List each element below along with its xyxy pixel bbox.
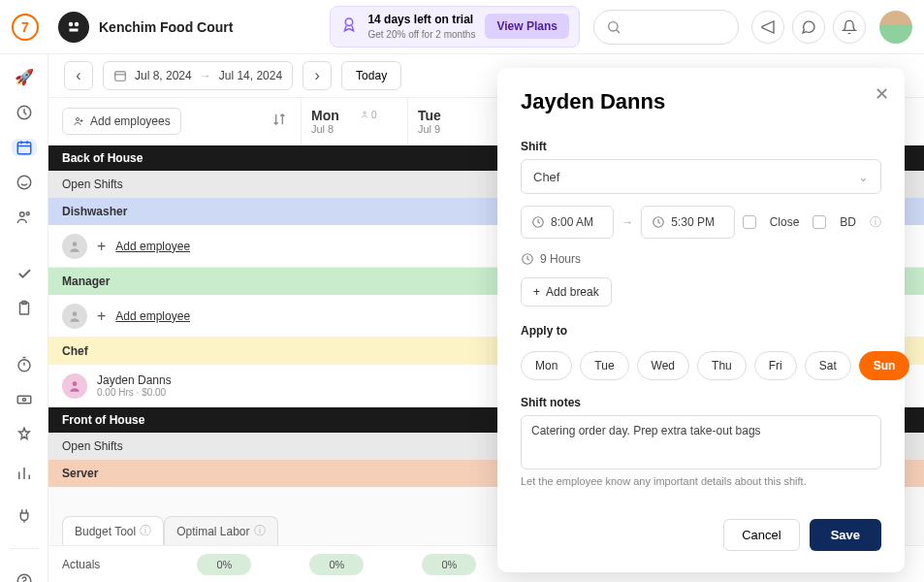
actuals-pct-mon: 0% (197, 554, 251, 575)
add-employees-button[interactable]: Add employees (62, 108, 181, 135)
help-icon[interactable] (12, 568, 37, 582)
date-to: Jul 14, 2024 (219, 69, 282, 82)
employee-meta: 0.00 Hrs · $0.00 (97, 387, 172, 398)
svg-rect-12 (17, 396, 31, 404)
close-icon[interactable]: ✕ (875, 83, 889, 105)
person-plus-icon (73, 115, 84, 127)
today-button[interactable]: Today (341, 61, 401, 90)
svg-point-20 (73, 381, 78, 386)
apply-to-label: Apply to (521, 324, 881, 338)
svg-point-17 (364, 112, 366, 114)
money-icon[interactable] (12, 391, 37, 408)
clock-icon (531, 215, 545, 229)
actuals-pct-tue: 0% (309, 554, 364, 575)
stopwatch-icon[interactable] (12, 356, 37, 373)
shift-edit-panel: ✕ Jayden Danns Shift Chef ⌄ 8:00 AM → 5:… (497, 68, 905, 572)
bell-icon[interactable] (833, 11, 866, 44)
rocket-icon[interactable]: 🚀 (12, 68, 37, 86)
tab-budget-tool[interactable]: Budget Tool ⓘ (62, 516, 164, 545)
clock-icon (521, 252, 534, 266)
topbar: 7 Kenchim Food Court 14 days left on tri… (0, 0, 924, 54)
dashboard-icon[interactable] (12, 104, 37, 121)
svg-point-0 (69, 21, 74, 26)
view-plans-button[interactable]: View Plans (485, 14, 568, 39)
save-button[interactable]: Save (810, 519, 881, 551)
next-week-button[interactable]: › (303, 61, 332, 90)
clipboard-icon[interactable] (12, 300, 37, 317)
time-from-input[interactable]: 8:00 AM (521, 206, 614, 239)
day-pill-sat[interactable]: Sat (805, 351, 851, 380)
help-icon: ⓘ (254, 523, 266, 539)
day-pill-tue[interactable]: Tue (580, 351, 628, 380)
help-icon[interactable]: ⓘ (870, 214, 881, 231)
plus-icon: + (97, 238, 106, 255)
svg-point-6 (17, 176, 31, 189)
panel-title: Jayden Danns (521, 89, 881, 114)
bd-checkbox[interactable] (812, 215, 826, 229)
employee-avatar (62, 373, 87, 399)
cancel-button[interactable]: Cancel (723, 519, 799, 551)
app-logo[interactable]: 7 (12, 14, 39, 41)
left-nav-rail: 🚀 (0, 54, 48, 582)
svg-rect-5 (17, 143, 31, 154)
day-pill-thu[interactable]: Thu (697, 351, 747, 380)
check-icon[interactable] (12, 265, 37, 282)
add-employee-link[interactable]: Add employee (115, 240, 190, 253)
ribbon-icon (340, 16, 358, 37)
help-icon: ⓘ (140, 523, 151, 539)
plus-icon: + (97, 307, 106, 325)
day-col-mon: Mon 0 Jul 8 (301, 98, 407, 145)
add-break-button[interactable]: + Add break (521, 277, 612, 307)
shift-label: Shift (521, 140, 881, 153)
svg-point-16 (77, 118, 80, 121)
tip-icon[interactable] (12, 426, 37, 443)
trial-subtitle: Get 20% off for 2 months (367, 29, 475, 40)
trial-title: 14 days left on trial (367, 13, 473, 26)
arrow-right-icon: → (621, 215, 633, 229)
chevron-down-icon: ⌄ (858, 170, 869, 184)
close-checkbox[interactable] (743, 215, 756, 229)
employee-name: Jayden Danns (97, 373, 172, 387)
calendar-icon[interactable] (12, 139, 37, 156)
user-avatar[interactable] (879, 11, 912, 44)
date-from: Jul 8, 2024 (135, 69, 192, 82)
svg-rect-15 (115, 72, 126, 81)
svg-point-7 (19, 212, 24, 217)
svg-point-1 (75, 21, 80, 26)
chat-icon[interactable] (792, 11, 825, 44)
svg-point-18 (73, 242, 78, 246)
time-to-input[interactable]: 5:30 PM (641, 206, 734, 239)
tab-optimal-labor[interactable]: Optimal Labor ⓘ (164, 516, 277, 545)
prev-week-button[interactable]: ‹ (64, 61, 93, 90)
day-pill-wed[interactable]: Wed (637, 351, 689, 380)
integrations-icon[interactable] (12, 503, 37, 529)
hours-display: 9 Hours (540, 252, 581, 266)
reports-icon[interactable] (12, 461, 37, 486)
search-input[interactable] (593, 10, 739, 45)
day-pill-mon[interactable]: Mon (521, 351, 572, 380)
plus-icon: + (533, 285, 540, 299)
sort-icon[interactable] (271, 112, 287, 131)
svg-point-19 (73, 311, 78, 316)
bottom-tabs: Budget Tool ⓘ Optimal Labor ⓘ (62, 516, 278, 545)
svg-point-3 (609, 21, 618, 30)
day-pill-sun[interactable]: Sun (859, 351, 910, 380)
day-pill-fri[interactable]: Fri (754, 351, 797, 380)
date-range-picker[interactable]: Jul 8, 2024 → Jul 14, 2024 (103, 61, 293, 90)
search-icon (606, 19, 621, 35)
shift-notes-helper: Let the employee know any important deta… (521, 475, 881, 487)
brand-logo[interactable] (58, 12, 89, 43)
avatar-placeholder-icon (62, 234, 87, 259)
bd-checkbox-label: BD (840, 215, 856, 229)
add-employees-label: Add employees (90, 114, 171, 128)
announce-icon[interactable] (751, 11, 784, 44)
actuals-pct-wed: 0% (422, 554, 476, 575)
shift-notes-textarea[interactable] (521, 415, 881, 469)
brand-name: Kenchim Food Court (99, 19, 233, 35)
smile-icon[interactable] (12, 174, 37, 191)
people-icon[interactable] (12, 209, 37, 226)
add-employee-link[interactable]: Add employee (115, 309, 190, 323)
actuals-label: Actuals (62, 558, 100, 571)
shift-select[interactable]: Chef ⌄ (521, 159, 881, 194)
close-checkbox-label: Close (770, 215, 800, 229)
